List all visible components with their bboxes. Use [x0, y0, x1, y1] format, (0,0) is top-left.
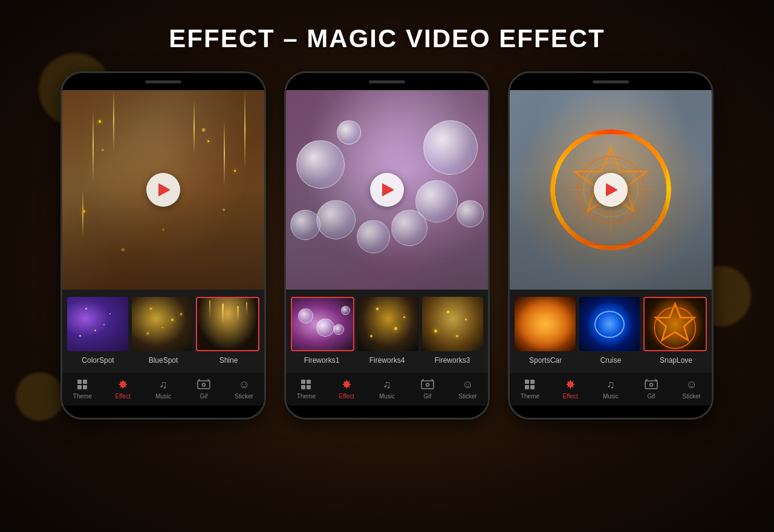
- nav-theme-1[interactable]: Theme: [67, 377, 97, 400]
- nav-music-1[interactable]: ♫ Music: [148, 377, 178, 400]
- nav-effect-2[interactable]: ✸ Effect: [331, 377, 362, 400]
- svg-rect-1: [83, 380, 87, 384]
- label-sportscar: SportsCar: [515, 356, 576, 365]
- svg-point-13: [426, 383, 429, 386]
- svg-rect-26: [530, 380, 535, 384]
- label-cruise: Cruise: [580, 356, 642, 365]
- svg-rect-29: [645, 381, 657, 389]
- nav-theme-3[interactable]: Theme: [515, 377, 545, 400]
- sticker-icon-2: ☺: [461, 377, 475, 392]
- phone-2-bottom-nav: Theme ✸ Effect ♫ Music: [286, 372, 488, 406]
- svg-rect-11: [307, 385, 311, 389]
- svg-point-5: [202, 383, 205, 386]
- phone-1-labels: ColorSpot BlueSpot Shine: [67, 356, 259, 365]
- thumb-snaplove[interactable]: [643, 297, 707, 351]
- svg-rect-27: [525, 385, 529, 389]
- nav-gif-3[interactable]: Gif: [636, 377, 666, 400]
- svg-rect-10: [301, 385, 305, 389]
- theme-icon-1: [75, 377, 89, 392]
- phone-1-play-button[interactable]: [146, 173, 180, 207]
- phone-1-thumbnails: [67, 297, 259, 351]
- phone-1-bottom-nav: Theme ✸ Effect ♫ Music: [62, 372, 264, 406]
- nav-music-2[interactable]: ♫ Music: [372, 377, 402, 400]
- phone-2-screen: Fireworks1 Fireworks4 Fireworks3: [286, 90, 488, 406]
- phone-3-thumbnails: [515, 297, 707, 351]
- phone-3-labels: SportsCar Cruise SnapLove: [515, 356, 707, 365]
- thumb-fireworks4[interactable]: [358, 297, 419, 351]
- nav-label-music-2: Music: [379, 393, 395, 400]
- play-triangle-icon: [158, 183, 171, 196]
- thumb-fireworks1[interactable]: [291, 297, 354, 351]
- nav-label-sticker-2: Sticker: [458, 393, 477, 400]
- nav-effect-3[interactable]: ✸ Effect: [555, 377, 585, 400]
- phone-3-effects-bar: SportsCar Cruise SnapLove: [510, 290, 712, 372]
- phone-1-bottom: [62, 406, 264, 418]
- effect-icon-2: ✸: [339, 377, 354, 392]
- svg-rect-2: [77, 385, 82, 389]
- svg-rect-12: [421, 381, 434, 389]
- phone-3-video: [510, 90, 712, 290]
- nav-label-effect-2: Effect: [339, 393, 354, 400]
- thumb-sportscar[interactable]: [515, 297, 576, 351]
- svg-point-30: [649, 383, 652, 386]
- nav-label-effect-1: Effect: [115, 393, 130, 400]
- phone-3-bottom-nav: Theme ✸ Effect ♫ Music: [510, 372, 712, 406]
- label-colorspot: ColorSpot: [67, 356, 129, 365]
- svg-rect-9: [307, 380, 311, 384]
- theme-icon-2: [299, 377, 313, 392]
- nav-label-sticker-3: Sticker: [682, 393, 701, 400]
- label-snaplove: SnapLove: [645, 356, 707, 365]
- thumb-cruise[interactable]: [579, 297, 640, 351]
- sticker-icon-1: ☺: [237, 377, 252, 392]
- nav-music-3[interactable]: ♫ Music: [596, 377, 626, 400]
- music-icon-3: ♫: [603, 377, 618, 392]
- phones-container: ColorSpot BlueSpot Shine Theme: [0, 71, 774, 420]
- gif-icon-3: [644, 377, 659, 392]
- phone-3-topbar: [510, 73, 712, 90]
- nav-theme-2[interactable]: Theme: [291, 377, 321, 400]
- phone-1-topbar: [62, 73, 264, 90]
- svg-rect-3: [83, 385, 87, 389]
- thumb-colorspot[interactable]: [67, 297, 128, 351]
- nav-effect-1[interactable]: ✸ Effect: [108, 377, 138, 400]
- phone-1-video: [62, 90, 264, 290]
- nav-gif-1[interactable]: Gif: [189, 377, 219, 400]
- nav-sticker-2[interactable]: ☺ Sticker: [453, 377, 483, 400]
- phone-1: ColorSpot BlueSpot Shine Theme: [60, 71, 266, 420]
- thumb-fireworks3[interactable]: [422, 297, 483, 351]
- music-icon-2: ♫: [380, 377, 394, 392]
- nav-label-sticker-1: Sticker: [235, 393, 253, 400]
- svg-point-24: [655, 308, 696, 349]
- phone-3-speaker: [593, 80, 629, 83]
- gif-icon-1: [197, 377, 211, 392]
- svg-rect-4: [198, 381, 210, 389]
- nav-label-gif-1: Gif: [200, 393, 207, 400]
- phone-2-effects-bar: Fireworks1 Fireworks4 Fireworks3: [286, 290, 488, 372]
- nav-label-gif-2: Gif: [423, 393, 431, 400]
- music-icon-1: ♫: [156, 377, 171, 392]
- nav-label-music-3: Music: [603, 393, 619, 400]
- effect-icon-3: ✸: [563, 377, 577, 392]
- label-shine: Shine: [198, 356, 259, 365]
- svg-rect-28: [530, 385, 535, 389]
- nav-label-theme-1: Theme: [73, 393, 92, 400]
- effect-icon-1: ✸: [115, 377, 130, 392]
- thumb-shine[interactable]: [196, 297, 259, 351]
- label-fireworks4: Fireworks4: [356, 356, 418, 365]
- phone-2-speaker: [369, 80, 405, 83]
- svg-marker-23: [656, 304, 694, 340]
- nav-sticker-3[interactable]: ☺ Sticker: [677, 377, 707, 400]
- theme-icon-3: [522, 377, 537, 392]
- phone-1-screen: ColorSpot BlueSpot Shine Theme: [62, 90, 264, 406]
- phone-2-bottom: [286, 406, 488, 418]
- thumb-bluespot[interactable]: [132, 297, 193, 351]
- phone-1-speaker: [145, 80, 181, 83]
- phone-3-bottom: [510, 406, 712, 418]
- nav-sticker-1[interactable]: ☺ Sticker: [229, 377, 259, 400]
- label-bluespot: BlueSpot: [132, 356, 194, 365]
- phone-3-play-button[interactable]: [594, 173, 628, 207]
- phone-2-video: [286, 90, 488, 290]
- page-title: EFFECT – MAGIC VIDEO EFFECT: [0, 0, 774, 71]
- nav-gif-2[interactable]: Gif: [412, 377, 443, 400]
- phone-2-play-button[interactable]: [370, 173, 404, 207]
